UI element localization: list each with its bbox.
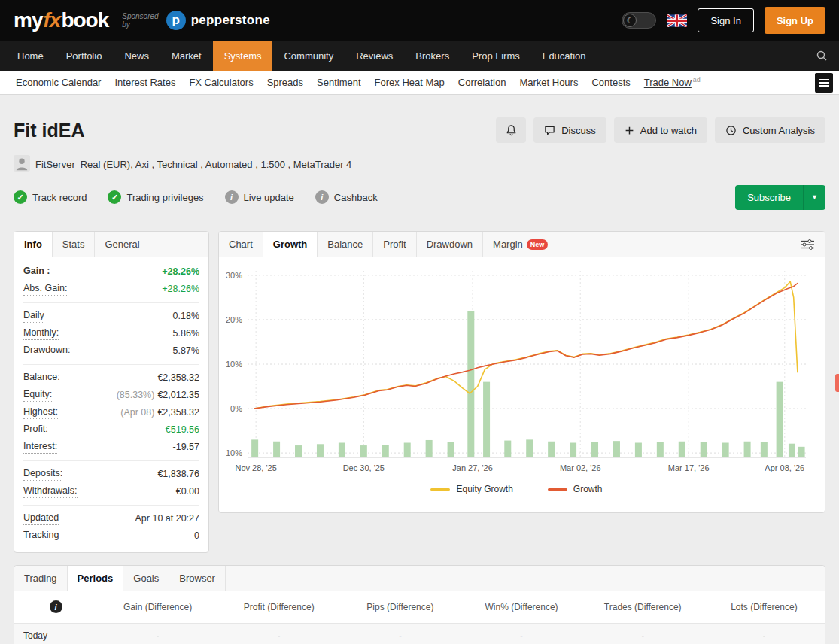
periods-tab-trading[interactable]: Trading: [14, 566, 68, 591]
legend-growth[interactable]: Growth: [548, 484, 603, 494]
subnav-item-forex-heat-map[interactable]: Forex Heat Map: [368, 77, 451, 88]
tab-label: Stats: [62, 238, 85, 250]
subnav-item-fx-calculators[interactable]: FX Calculators: [182, 77, 260, 88]
legend-swatch: [430, 488, 450, 491]
ad-label: ad: [693, 76, 701, 84]
subnav-item-spreads[interactable]: Spreads: [260, 77, 310, 88]
broker-link[interactable]: Axi: [135, 159, 149, 170]
table-cell: -: [704, 623, 825, 644]
search-icon[interactable]: [804, 41, 839, 71]
legend-label: Growth: [573, 484, 603, 494]
svg-text:10%: 10%: [226, 360, 242, 369]
avatar: [14, 155, 30, 174]
legend-equity-growth[interactable]: Equity Growth: [430, 484, 512, 494]
sign-in-button[interactable]: Sign In: [698, 8, 753, 32]
tab-label: Browser: [179, 573, 215, 584]
nav-item-home[interactable]: Home: [6, 41, 55, 71]
nav-item-community[interactable]: Community: [272, 41, 345, 71]
add-to-watch-label: Add to watch: [640, 125, 697, 136]
chat-icon: [544, 125, 555, 136]
subscribe-button[interactable]: Subscribe ▼: [735, 185, 825, 210]
tab-label: Goals: [133, 573, 159, 584]
info-tab-info[interactable]: Info: [14, 232, 53, 257]
trade-now-link[interactable]: Trade Nowad: [637, 76, 707, 88]
subnav-item-economic-calendar[interactable]: Economic Calendar: [9, 77, 108, 88]
badge-cashback[interactable]: iCashback: [315, 190, 378, 204]
nav-item-systems[interactable]: Systems: [213, 41, 273, 71]
growth-chart: 30%20%10%0%-10%Nov 28, '25Dec 30, '25Jan…: [219, 257, 825, 512]
periods-tab-periods[interactable]: Periods: [68, 566, 124, 591]
chart-tab-profit[interactable]: Profit: [373, 232, 416, 257]
badge-trading-privileges[interactable]: ✓Trading privileges: [108, 190, 203, 204]
nav-item-prop-firms[interactable]: Prop Firms: [461, 41, 531, 71]
nav-item-brokers[interactable]: Brokers: [404, 41, 461, 71]
info-row-updated: UpdatedApr 10 at 20:27: [23, 510, 199, 527]
chevron-down-icon[interactable]: ▼: [803, 185, 825, 210]
periods-tab-goals[interactable]: Goals: [123, 566, 169, 591]
table-cell: -: [461, 623, 582, 644]
custom-analysis-button[interactable]: Custom Analysis: [715, 117, 825, 143]
owner-link[interactable]: FitServer: [35, 159, 75, 170]
nav-item-news[interactable]: News: [113, 41, 160, 71]
info-label: Interest:: [23, 441, 57, 454]
tab-label: General: [105, 238, 139, 250]
info-icon[interactable]: i: [50, 600, 62, 613]
chart-tab-balance[interactable]: Balance: [318, 232, 373, 257]
info-value: €1,838.76: [157, 469, 199, 480]
info-value: 0: [194, 530, 199, 542]
chart-tab-margin[interactable]: MarginNew: [483, 232, 558, 257]
menu-icon[interactable]: [815, 73, 833, 93]
badge-track-record[interactable]: ✓Track record: [14, 190, 87, 204]
title-row: Fit idEA Discuss Add to watch Custom Ana…: [14, 117, 825, 143]
chart-tab-drawdown[interactable]: Drawdown: [417, 232, 483, 257]
info-label: Profit:: [23, 424, 48, 436]
nav-item-reviews[interactable]: Reviews: [345, 41, 404, 71]
sponsored-by-label: Sponsored by: [122, 12, 158, 29]
discuss-button[interactable]: Discuss: [533, 117, 606, 143]
periods-tab-browser[interactable]: Browser: [169, 566, 226, 591]
info-row-interest: Interest:-19.57: [23, 439, 199, 456]
tab-label: Periods: [78, 573, 114, 584]
theme-toggle[interactable]: ☾: [622, 12, 656, 29]
uk-flag-icon[interactable]: [667, 14, 687, 27]
info-value: €2,358.32: [157, 372, 199, 384]
add-to-watch-button[interactable]: Add to watch: [614, 117, 707, 143]
col-header-pips-difference: Pips (Difference): [339, 591, 461, 623]
row-label: Today: [14, 623, 97, 644]
chart-settings-icon[interactable]: [801, 232, 825, 257]
subnav-item-sentiment[interactable]: Sentiment: [310, 77, 368, 88]
custom-analysis-label: Custom Analysis: [743, 125, 815, 136]
chart-tab-growth[interactable]: Growth: [263, 232, 318, 257]
pepperstone-icon: p: [166, 11, 186, 30]
plus-icon: [625, 126, 634, 135]
info-row-balance: Balance:€2,358.32: [23, 369, 199, 387]
myfxbook-logo[interactable]: myfxbook: [14, 8, 108, 32]
info-tab-general[interactable]: General: [95, 232, 150, 257]
subnav-item-contests[interactable]: Contests: [585, 77, 637, 88]
sign-up-button[interactable]: Sign Up: [765, 7, 825, 34]
svg-text:20%: 20%: [226, 315, 242, 324]
badges-row: ✓Track record✓Trading privilegesiLive up…: [14, 184, 825, 210]
info-label: Monthly:: [23, 327, 59, 340]
feedback-tab[interactable]: [835, 374, 839, 392]
info-label: Updated: [23, 512, 59, 525]
info-value: (Apr 08)€2,358.32: [120, 407, 199, 418]
nav-item-education[interactable]: Education: [531, 41, 597, 71]
svg-text:Mar 02, '26: Mar 02, '26: [560, 463, 601, 472]
subnav-item-market-hours[interactable]: Market Hours: [512, 77, 585, 88]
info-label: Equity:: [23, 389, 52, 402]
notifications-button[interactable]: [496, 117, 526, 143]
nav-item-market[interactable]: Market: [160, 41, 213, 71]
subnav-item-interest-rates[interactable]: Interest Rates: [108, 77, 182, 88]
table-cell: -: [339, 623, 461, 644]
subnav-item-correlation[interactable]: Correlation: [451, 77, 513, 88]
info-label: Abs. Gain:: [23, 283, 67, 296]
divider: [23, 302, 199, 303]
chart-tab-chart[interactable]: Chart: [219, 232, 263, 257]
badge-live-update[interactable]: iLive update: [225, 190, 294, 204]
info-label: Highest:: [23, 406, 58, 419]
badge-label: Live update: [244, 192, 294, 203]
pepperstone-logo[interactable]: p pepperstone: [166, 11, 270, 30]
info-tab-stats[interactable]: Stats: [53, 232, 96, 257]
nav-item-portfolio[interactable]: Portfolio: [55, 41, 114, 71]
